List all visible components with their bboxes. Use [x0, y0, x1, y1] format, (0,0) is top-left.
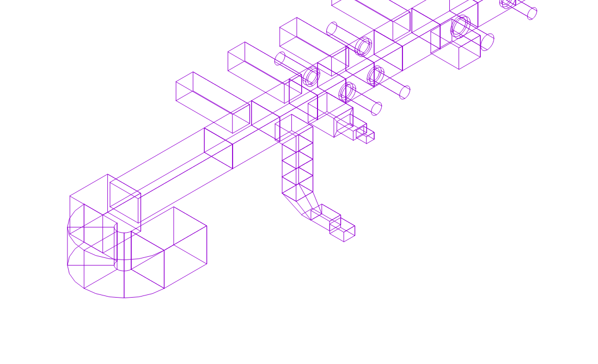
cad-viewport	[0, 0, 598, 364]
isometric-wireframe	[0, 0, 598, 364]
